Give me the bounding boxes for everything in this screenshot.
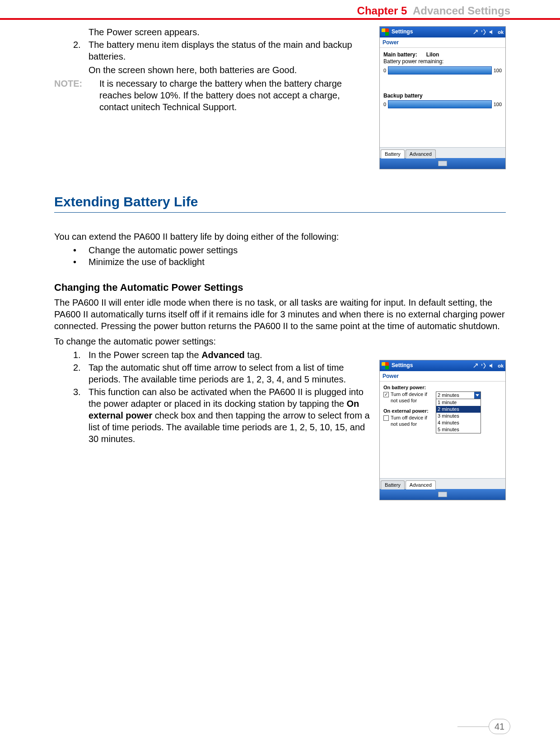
bar-max-2: 100 [494,101,502,107]
bar-min-2: 0 [383,101,386,107]
keyboard-icon[interactable] [438,161,447,166]
bullet-text: Minimize the use of backlight [89,256,205,268]
top-row: The Power screen appears. 2. The battery… [54,26,506,169]
on-battery-text: Turn off device if not used for [391,391,434,404]
screen-body: Main battery: LiIon Battery power remain… [380,48,505,147]
section-title: Extending Battery Life [54,193,506,210]
tab-bar: Battery Advanced [380,478,505,489]
page-number: 41 [489,719,510,734]
connectivity-icon[interactable] [472,29,479,35]
main-battery-bar-row: 0 100 [383,66,502,74]
on-external-text: Turn off device if not used for [391,415,434,428]
bullet-text: Change the automatic power settings [89,244,238,256]
note-label: NOTE: [54,78,99,113]
main-battery-row: Main battery: LiIon [383,51,502,59]
titlebar: Settings ok [380,27,505,37]
screen-body: On battery power: ✓ Turn off device if n… [380,382,505,478]
step-number: 2. [73,39,89,62]
bullet-1: • Change the automatic power settings [73,244,506,256]
step-number: 2. [73,362,89,385]
on-external-checkbox[interactable] [383,415,389,421]
speaker-icon[interactable] [489,363,495,369]
tab-battery[interactable]: Battery [381,480,405,489]
backup-battery-row: Backup battery [383,93,502,100]
windows-flag-icon [382,28,389,36]
dropdown-option[interactable]: 3 minutes [436,413,481,419]
dropdown-option[interactable]: 4 minutes [436,419,481,426]
screen-title: Power [380,37,505,48]
step-text: The battery menu item displays the statu… [89,39,371,62]
time-dropdown-list: 1 minute 2 minutes 3 minutes 4 minutes 5… [436,399,481,433]
screen-title: Power [380,371,505,382]
main-battery-type: LiIon [426,51,439,58]
time-dropdown-wrap: 2 minutes 1 minute 2 minutes 3 minutes 4… [436,391,481,399]
step-text: In the Power screen tap the Advanced tag… [89,349,371,361]
on-battery-block: On battery power: ✓ Turn off device if n… [383,384,502,404]
steps-row: 1. In the Power screen tap the Advanced … [54,349,506,500]
chevron-down-icon[interactable] [474,392,481,399]
signal-icon[interactable] [481,29,487,35]
section-intro: You can extend the PA600 II battery life… [54,231,506,242]
adv-step-1: 1. In the Power screen tap the Advanced … [73,349,371,361]
page-content: The Power screen appears. 2. The battery… [54,26,506,500]
titlebar-text: Settings [392,28,413,36]
step-text: Tap the automatic shut off time arrow to… [89,362,371,385]
note-text: It is necessary to charge the battery wh… [99,78,371,113]
titlebar: Settings ok [380,360,505,371]
tab-advanced[interactable]: Advanced [406,480,436,489]
titlebar-text: Settings [392,362,413,369]
section-rule [54,212,506,213]
backup-battery-bar [388,100,492,108]
subsection-para-1: The PA600 II will enter idle mode when t… [54,297,506,332]
footer-bar [380,489,505,500]
bullet-marker: • [73,244,89,256]
top-text-column: The Power screen appears. 2. The battery… [54,26,371,169]
main-battery-bar [388,66,492,74]
chapter-label: Chapter 5 [357,5,407,17]
connectivity-icon[interactable] [472,363,479,369]
header-rule [0,18,560,20]
main-battery-sub: Battery power remaining: [383,58,502,65]
backup-battery-bar-row: 0 100 [383,100,502,108]
page-header: Chapter 5 Advanced Settings [0,4,560,18]
note-block: NOTE: It is necessary to charge the batt… [54,78,371,113]
tab-battery[interactable]: Battery [381,149,405,158]
bar-min: 0 [383,67,386,74]
on-battery-checkbox[interactable]: ✓ [383,392,389,397]
on-battery-row: ✓ Turn off device if not used for 2 minu… [383,391,502,404]
screenshot-power-battery: Settings ok Power Main battery: LiIon Ba… [379,26,506,169]
backup-battery-label: Backup battery [383,93,423,99]
chapter-title: Advanced Settings [413,5,510,17]
ok-button[interactable]: ok [498,363,504,369]
on-battery-title: On battery power: [383,384,502,391]
dropdown-value: 2 minutes [438,392,459,398]
ok-button[interactable]: ok [498,29,504,35]
step-number: 3. [73,386,89,445]
keyboard-icon[interactable] [438,492,447,497]
main-battery-label: Main battery: [383,51,417,58]
signal-icon[interactable] [481,363,487,369]
dropdown-option[interactable]: 5 minutes [436,426,481,433]
bullet-2: • Minimize the use of backlight [73,256,506,268]
step-2-sub: On the screen shown here, both batteries… [89,64,371,76]
speaker-icon[interactable] [489,29,495,35]
screenshot-power-advanced: Settings ok Power On battery power: ✓ Tu… [379,360,506,500]
step-number: 1. [73,349,89,361]
steps-text-column: 1. In the Power screen tap the Advanced … [54,349,371,500]
adv-step-2: 2. Tap the automatic shut off time arrow… [73,362,371,385]
subsection-para-2: To change the automatic power settings: [54,335,506,347]
dropdown-option[interactable]: 1 minute [436,399,481,406]
footer-bar [380,158,505,169]
step-2: 2. The battery menu item displays the st… [73,39,371,62]
dropdown-option-selected[interactable]: 2 minutes [436,406,481,413]
subsection-title: Changing the Automatic Power Settings [54,281,506,294]
windows-flag-icon [382,362,389,369]
tab-advanced[interactable]: Advanced [406,149,436,158]
power-screen-appears: The Power screen appears. [89,26,371,38]
step-text: This function can also be activated when… [89,386,371,445]
time-dropdown[interactable]: 2 minutes [436,391,481,399]
bar-max: 100 [494,67,502,74]
adv-step-3: 3. This function can also be activated w… [73,386,371,445]
bullet-marker: • [73,256,89,268]
tab-bar: Battery Advanced [380,147,505,158]
